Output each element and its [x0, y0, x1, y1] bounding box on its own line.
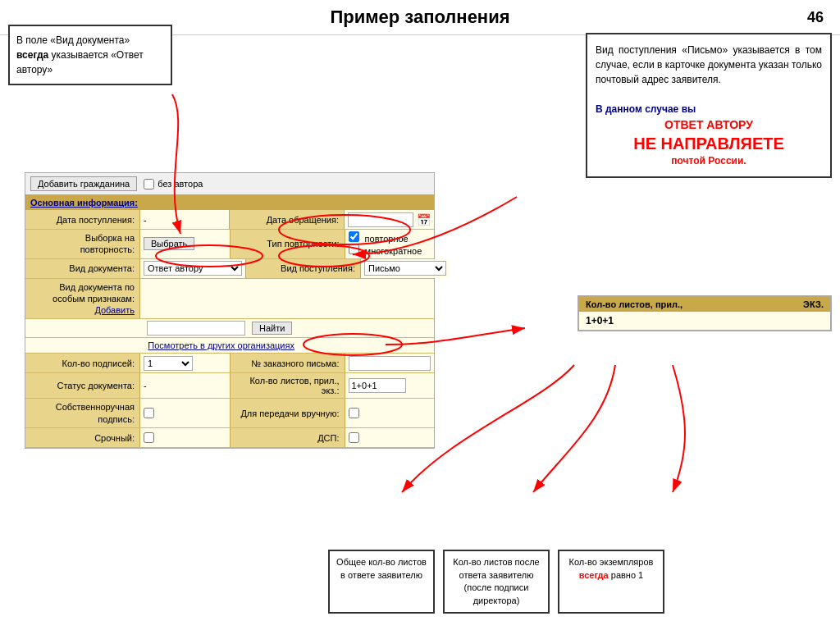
status-sheets-row: Статус документа: - Кол-во листов, прил.…	[25, 373, 434, 399]
doc-type-select[interactable]: Ответ автору	[144, 261, 242, 276]
manual-transfer-col: Для передачи вручную:	[231, 399, 435, 427]
bottom-box-2: Кол-во листов после ответа заявителю (по…	[443, 550, 550, 614]
receipt-type-select[interactable]: Письмо	[364, 261, 446, 276]
sheets-count-input[interactable]	[349, 378, 406, 393]
manual-transfer-checkbox[interactable]	[349, 408, 359, 418]
repeat-type-value: повторное многократное	[345, 230, 435, 258]
date-receipt-label: Дата поступления:	[25, 210, 140, 229]
date-receipt-value: -	[140, 210, 229, 229]
handwritten-value	[140, 399, 230, 427]
bottom-box-3: Кол-во экземпляров всегда равно 1	[558, 550, 664, 614]
bottom-annotations: Общее кол-во листов в ответе заявителю К…	[328, 550, 664, 614]
receipt-type-value: Письмо	[361, 259, 450, 278]
doc-type-col: Вид документа: Ответ автору	[25, 259, 246, 278]
bottom-box-3-prefix: Кол-во экземпляров	[569, 557, 654, 567]
date-row: Дата поступления: - Дата обращения: 📅	[25, 210, 434, 230]
left-annotation-box: В поле «Вид документа» всегда указываетс…	[8, 25, 172, 85]
handwritten-checkbox[interactable]	[144, 408, 154, 418]
checkbox-repeat[interactable]	[349, 231, 359, 242]
form-container: Добавить гражданина без автора Основная …	[25, 172, 435, 449]
checkbox-multiple-label: многократное	[349, 244, 422, 256]
num-signatures-value: 1	[140, 354, 230, 372]
date-appeal-col: Дата обращения: 📅	[230, 210, 434, 229]
order-letter-value	[345, 354, 435, 372]
right-annotation-para3: ОТВЕТ АВТОРУ	[596, 116, 822, 134]
dsp-col: ДСП:	[231, 428, 435, 447]
find-button[interactable]: Найти	[252, 322, 292, 335]
no-author-checkbox[interactable]	[144, 179, 154, 189]
select-repeat-label: Выборка на повторность:	[25, 230, 140, 258]
right-annotation-para1: Вид поступления «Письмо» указывается в т…	[596, 44, 822, 85]
section-link[interactable]: Основная информация:	[30, 198, 138, 208]
zoom-box-header-right: ЭКЗ.	[803, 299, 824, 309]
no-author-label: без автора	[144, 179, 203, 189]
right-annotation-box: Вид поступления «Письмо» указывается в т…	[586, 33, 832, 178]
dsp-checkbox[interactable]	[349, 432, 359, 443]
doc-status-value: -	[140, 373, 230, 398]
urgent-dsp-row: Срочный: ДСП:	[25, 428, 434, 448]
select-repeat-button[interactable]: Выбрать	[144, 237, 194, 250]
find-input[interactable]	[147, 321, 245, 336]
zoom-box-content: 1+0+1	[579, 312, 830, 330]
doc-status-label: Статус документа:	[25, 373, 140, 398]
select-repeat-value: Выбрать	[140, 230, 230, 258]
special-marks-value	[140, 279, 434, 319]
num-signatures-select[interactable]: 1	[144, 356, 193, 371]
zoom-box-header-left: Кол-во листов, прил.,	[586, 299, 682, 309]
receipt-type-col: Вид поступления: Письмо	[246, 259, 450, 278]
bottom-box-1: Общее кол-во листов в ответе заявителю	[328, 550, 435, 614]
date-appeal-input[interactable]	[348, 212, 413, 227]
order-letter-label: № заказного письма:	[231, 354, 345, 372]
zoom-box: Кол-во листов, прил., ЭКЗ. 1+0+1	[578, 295, 832, 331]
right-annotation-para5: почтой России.	[596, 153, 822, 168]
date-appeal-value: 📅	[345, 210, 434, 229]
add-link[interactable]: Добавить	[94, 305, 135, 315]
doc-type-label: Вид документа:	[25, 259, 140, 278]
handwritten-row: Собственноручная подпись: Для передачи в…	[25, 399, 434, 428]
sheets-count-label: Кол-во листов, прил., экз.:	[231, 373, 345, 398]
look-in-orgs-link[interactable]: Посмотреть в других организациях	[148, 340, 294, 350]
doc-status-col: Статус документа: -	[25, 373, 231, 398]
urgent-col: Срочный:	[25, 428, 231, 447]
manual-transfer-value	[345, 399, 435, 427]
right-annotation-para4: НЕ НАПРАВЛЯЕТЕ	[596, 134, 822, 153]
bottom-box-2-text: Кол-во листов после ответа заявителю (по…	[453, 557, 539, 605]
bottom-box-1-text: Общее кол-во листов в ответе заявителю	[336, 557, 427, 579]
urgent-checkbox[interactable]	[144, 432, 154, 443]
num-signatures-col: Кол-во подписей: 1	[25, 354, 231, 372]
handwritten-col: Собственноручная подпись:	[25, 399, 231, 427]
handwritten-label: Собственноручная подпись:	[25, 399, 140, 427]
urgent-label: Срочный:	[25, 428, 140, 447]
checkbox-repeat-label: повторное	[349, 231, 409, 244]
dsp-label: ДСП:	[231, 428, 345, 447]
special-marks-label: Вид документа по особым признакам: Добав…	[25, 279, 140, 319]
calendar-icon[interactable]: 📅	[417, 213, 431, 226]
find-row: Найти	[25, 319, 434, 338]
sheets-count-value	[345, 373, 435, 398]
dsp-value	[345, 428, 435, 447]
section-header: Основная информация:	[25, 195, 434, 210]
date-appeal-label: Дата обращения:	[230, 210, 345, 229]
select-repeat-col: Выборка на повторность: Выбрать	[25, 230, 231, 258]
repeat-row: Выборка на повторность: Выбрать Тип повт…	[25, 230, 434, 259]
doc-type-value: Ответ автору	[140, 259, 245, 278]
sheets-count-col: Кол-во листов, прил., экз.:	[231, 373, 435, 398]
add-citizen-bar: Добавить гражданина без автора	[25, 173, 434, 195]
date-receipt-col: Дата поступления: -	[25, 210, 230, 229]
order-letter-input[interactable]	[349, 356, 431, 371]
special-marks-row: Вид документа по особым признакам: Добав…	[25, 279, 434, 320]
zoom-box-header: Кол-во листов, прил., ЭКЗ.	[579, 297, 830, 312]
add-citizen-button[interactable]: Добавить гражданина	[30, 176, 137, 191]
manual-transfer-label: Для передачи вручную:	[231, 399, 345, 427]
page-title: Пример заполнения	[330, 7, 509, 28]
look-in-orgs-row: Посмотреть в других организациях	[25, 338, 434, 354]
checkbox-multiple[interactable]	[349, 244, 359, 254]
left-annotation-bold: всегда	[16, 49, 48, 61]
doctype-row: Вид документа: Ответ автору Вид поступле…	[25, 259, 434, 279]
receipt-type-label: Вид поступления:	[246, 259, 361, 278]
repeat-type-col: Тип повторности: повторное многократное	[231, 230, 435, 258]
order-letter-col: № заказного письма:	[231, 354, 435, 372]
form-area: Добавить гражданина без автора Основная …	[25, 172, 451, 449]
bottom-box-3-suffix: равно 1	[609, 570, 644, 580]
bottom-box-3-bold: всегда	[579, 570, 609, 580]
